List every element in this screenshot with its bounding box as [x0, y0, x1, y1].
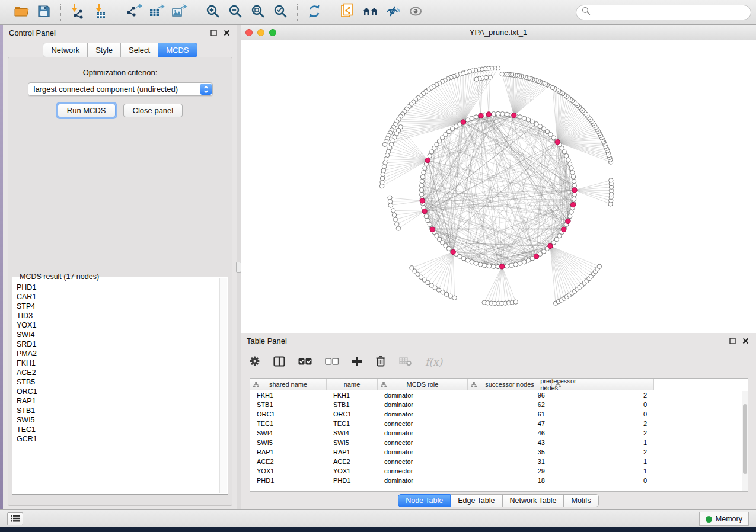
- table-cell[interactable]: YOX1: [250, 467, 327, 475]
- save-session-button[interactable]: [33, 2, 55, 23]
- table-row[interactable]: RAP1RAP1dominator352: [250, 447, 748, 457]
- tab-network-table[interactable]: Network Table: [503, 494, 564, 507]
- table-cell[interactable]: 2: [552, 392, 654, 399]
- table-cell[interactable]: 29: [468, 467, 552, 475]
- network-node[interactable]: [492, 264, 496, 268]
- mcds-hub-node[interactable]: [486, 112, 491, 117]
- network-node[interactable]: [526, 118, 530, 122]
- table-cell[interactable]: ACE2: [250, 458, 327, 465]
- table-cell[interactable]: 2: [552, 430, 654, 437]
- table-cell[interactable]: RAP1: [327, 448, 378, 456]
- network-node[interactable]: [420, 184, 424, 188]
- table-cell[interactable]: dominator: [378, 430, 468, 437]
- network-node[interactable]: [513, 262, 518, 267]
- tab-select[interactable]: Select: [121, 43, 158, 57]
- network-node[interactable]: [568, 162, 572, 166]
- network-leaf-node[interactable]: [396, 226, 400, 230]
- task-history-button[interactable]: [7, 512, 23, 525]
- mcds-hub-node[interactable]: [422, 209, 427, 213]
- mcds-hub-node[interactable]: [566, 219, 570, 223]
- network-node[interactable]: [487, 264, 491, 268]
- network-leaf-node[interactable]: [513, 300, 518, 304]
- table-cell[interactable]: SWI4: [327, 430, 378, 437]
- open-folder-button[interactable]: [10, 2, 33, 23]
- table-cell[interactable]: FKH1: [327, 392, 378, 399]
- table-cell[interactable]: 61: [468, 411, 552, 418]
- network-leaf-node[interactable]: [448, 294, 452, 298]
- network-node[interactable]: [426, 218, 430, 222]
- network-node[interactable]: [420, 193, 424, 197]
- table-row[interactable]: PHD1PHD1dominator180: [250, 476, 748, 485]
- select-all-checks-button[interactable]: [298, 358, 312, 367]
- tab-mcds[interactable]: MCDS: [158, 43, 197, 57]
- network-leaf-node[interactable]: [474, 77, 479, 81]
- column-header-name[interactable]: name: [327, 379, 378, 390]
- network-node[interactable]: [500, 112, 505, 116]
- table-row[interactable]: TEC1TEC1connector472: [250, 419, 748, 428]
- network-node[interactable]: [569, 210, 573, 214]
- table-cell[interactable]: 46: [468, 430, 552, 437]
- optimization-criterion-select[interactable]: largest connected component (undirected): [28, 82, 213, 96]
- network-leaf-node[interactable]: [388, 203, 393, 207]
- table-cell[interactable]: ORC1: [327, 411, 378, 418]
- table-cell[interactable]: PHD1: [250, 477, 327, 484]
- mcds-result-item[interactable]: SWI5: [12, 415, 219, 425]
- network-node[interactable]: [419, 188, 423, 192]
- zoom-out-button[interactable]: [224, 2, 247, 23]
- mcds-hub-node[interactable]: [461, 120, 465, 124]
- network-node[interactable]: [509, 263, 513, 267]
- export-table-button[interactable]: [145, 2, 168, 23]
- mcds-hub-node[interactable]: [420, 198, 425, 203]
- network-node[interactable]: [572, 179, 576, 183]
- network-leaf-node[interactable]: [392, 213, 396, 217]
- network-node[interactable]: [470, 116, 474, 120]
- table-cell[interactable]: connector: [378, 458, 468, 465]
- mcds-result-item[interactable]: ORC1: [12, 387, 219, 396]
- run-mcds-button[interactable]: Run MCDS: [58, 104, 116, 117]
- mcds-result-item[interactable]: STB1: [12, 406, 219, 415]
- network-node[interactable]: [492, 112, 496, 116]
- network-node[interactable]: [566, 158, 570, 162]
- mcds-hub-node[interactable]: [425, 158, 430, 162]
- network-leaf-node[interactable]: [393, 217, 397, 222]
- mcds-hub-node[interactable]: [561, 227, 566, 232]
- mcds-hub-node[interactable]: [534, 254, 538, 259]
- network-node[interactable]: [569, 166, 573, 170]
- table-cell[interactable]: ORC1: [250, 411, 327, 418]
- network-node[interactable]: [570, 171, 575, 175]
- mcds-result-item[interactable]: PMA2: [12, 349, 219, 358]
- mcds-result-item[interactable]: STP4: [12, 302, 219, 311]
- mcds-hub-node[interactable]: [548, 243, 553, 248]
- network-leaf-node[interactable]: [597, 264, 601, 268]
- table-cell[interactable]: 47: [468, 420, 552, 427]
- table-cell[interactable]: 35: [468, 448, 552, 456]
- mcds-hub-node[interactable]: [570, 202, 575, 207]
- table-row[interactable]: SWI4SWI4dominator462: [250, 428, 748, 438]
- network-leaf-node[interactable]: [609, 178, 613, 182]
- network-node[interactable]: [422, 171, 426, 175]
- network-node[interactable]: [479, 262, 483, 267]
- network-node[interactable]: [424, 214, 428, 218]
- network-leaf-node[interactable]: [395, 222, 399, 226]
- network-node[interactable]: [428, 153, 432, 158]
- table-cell[interactable]: SWI4: [250, 430, 327, 437]
- table-cell[interactable]: 0: [552, 411, 654, 418]
- hide-eye-button[interactable]: [382, 2, 404, 23]
- tab-network[interactable]: Network: [43, 43, 88, 57]
- network-node[interactable]: [572, 184, 576, 188]
- close-panel-button[interactable]: Close panel: [123, 104, 183, 117]
- mcds-result-item[interactable]: FKH1: [12, 358, 219, 368]
- refresh-button[interactable]: [303, 2, 326, 23]
- network-leaf-node[interactable]: [500, 72, 504, 76]
- network-node[interactable]: [572, 197, 576, 201]
- network-node[interactable]: [420, 179, 424, 183]
- column-header-successor-nodes[interactable]: successor nodes: [468, 379, 552, 390]
- table-cell[interactable]: FKH1: [250, 392, 327, 399]
- table-cell[interactable]: 18: [468, 477, 552, 484]
- network-node[interactable]: [470, 260, 474, 264]
- network-node[interactable]: [505, 264, 509, 268]
- table-cell[interactable]: TEC1: [327, 420, 378, 427]
- table-cell[interactable]: dominator: [378, 401, 468, 408]
- tab-edge-table[interactable]: Edge Table: [451, 494, 502, 507]
- table-cell[interactable]: connector: [378, 420, 468, 427]
